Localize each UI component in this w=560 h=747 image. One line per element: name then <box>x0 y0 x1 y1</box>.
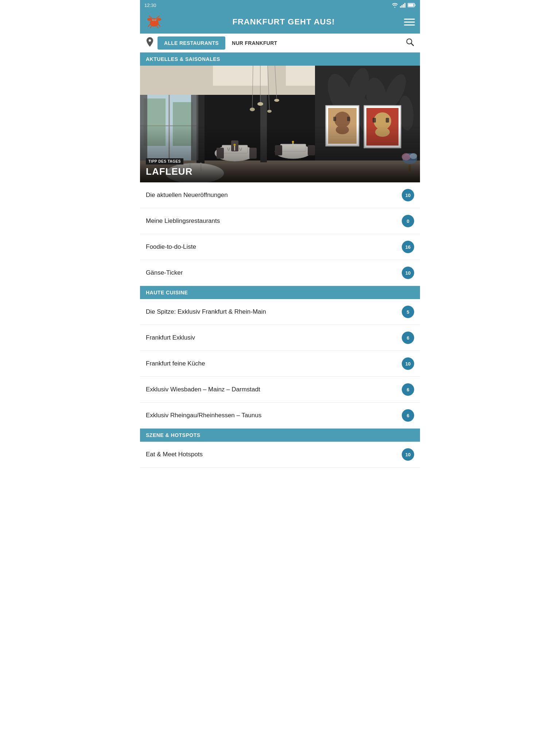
list-item-eat-meet[interactable]: Eat & Meet Hotspots 10 <box>140 442 420 468</box>
svg-rect-2 <box>403 4 404 8</box>
count-badge-spitze: 5 <box>402 306 414 318</box>
svg-rect-3 <box>404 3 405 8</box>
status-time: 12:30 <box>144 3 156 8</box>
hero-image-container[interactable]: TIPP DES TAGES LAFLEUR <box>140 66 420 182</box>
status-bar: 12:30 <box>140 0 420 10</box>
section-header-aktuelles: AKTUELLES & SAISONALES <box>140 53 420 66</box>
list-item-foodie-todo[interactable]: Foodie-to-do-Liste 16 <box>140 234 420 260</box>
signal-icon <box>400 3 406 8</box>
list-item-lieblingsrestaurants[interactable]: Meine Lieblingsrestaurants 0 <box>140 208 420 234</box>
count-badge-foodie-todo: 16 <box>402 241 414 253</box>
svg-point-8 <box>151 18 157 23</box>
list-section-szene: Eat & Meet Hotspots 10 <box>140 442 420 468</box>
count-badge-eat-meet: 10 <box>402 448 414 461</box>
list-item-wiesbaden[interactable]: Exklusiv Wiesbaden – Mainz – Darmstadt 6 <box>140 377 420 403</box>
svg-line-16 <box>158 24 160 27</box>
tab-alle-restaurants[interactable]: ALLE RESTAURANTS <box>158 36 225 50</box>
section-header-szene: SZENE & HOTSPOTS <box>140 429 420 442</box>
count-badge-ffm-exklusiv: 6 <box>402 332 414 344</box>
count-badge-ffm-feine: 10 <box>402 357 414 370</box>
list-item-rheingau[interactable]: Exklusiv Rheingau/Rheinhessen – Taunus 6 <box>140 403 420 429</box>
svg-point-19 <box>153 20 153 20</box>
hero-overlay: TIPP DES TAGES LAFLEUR <box>140 152 420 182</box>
list-section-aktuelles: Die aktuellen Neueröffnungen 10 Meine Li… <box>140 182 420 286</box>
hamburger-menu-button[interactable] <box>404 19 415 26</box>
list-item-gaense-ticker[interactable]: Gänse-Ticker 10 <box>140 260 420 286</box>
list-item-ffm-exklusiv[interactable]: Frankfurt Exklusiv 6 <box>140 325 420 351</box>
svg-line-22 <box>411 43 413 46</box>
count-badge-neueroeffnungen: 10 <box>402 189 414 201</box>
nav-bar: ALLE RESTAURANTS NUR FRANKFURT <box>140 34 420 53</box>
tab-nur-frankfurt[interactable]: NUR FRANKFURT <box>225 36 284 50</box>
app-logo <box>145 13 163 31</box>
count-badge-lieblingsrestaurants: 0 <box>402 215 414 227</box>
svg-rect-1 <box>401 5 402 8</box>
app-header: FRANKFURT GEHT AUS! <box>140 10 420 34</box>
hero-title: LAFLEUR <box>146 166 414 177</box>
count-badge-gaense-ticker: 10 <box>402 267 414 279</box>
battery-icon <box>408 3 416 7</box>
status-icons <box>392 3 416 8</box>
search-icon[interactable] <box>405 38 414 49</box>
list-item-neueroeffnungen[interactable]: Die aktuellen Neueröffnungen 10 <box>140 182 420 208</box>
list-section-haute-cuisine: Die Spitze: Exklusiv Frankfurt & Rhein-M… <box>140 299 420 429</box>
count-badge-wiesbaden: 6 <box>402 383 414 396</box>
list-item-ffm-feine[interactable]: Frankfurt feine Küche 10 <box>140 351 420 377</box>
svg-point-10 <box>157 18 161 21</box>
svg-rect-5 <box>408 4 414 7</box>
svg-rect-6 <box>415 4 416 6</box>
list-item-spitze[interactable]: Die Spitze: Exklusiv Frankfurt & Rhein-M… <box>140 299 420 325</box>
svg-rect-0 <box>400 6 401 8</box>
wifi-icon <box>392 3 398 8</box>
section-header-haute-cuisine: HAUTE CUISINE <box>140 286 420 299</box>
svg-point-20 <box>155 20 156 20</box>
count-badge-rheingau: 6 <box>402 409 414 422</box>
location-icon[interactable] <box>146 37 154 49</box>
tipp-badge: TIPP DES TAGES <box>146 158 183 165</box>
svg-line-13 <box>148 24 151 27</box>
app-title: FRANKFURT GEHT AUS! <box>163 17 404 27</box>
svg-point-9 <box>147 18 152 21</box>
